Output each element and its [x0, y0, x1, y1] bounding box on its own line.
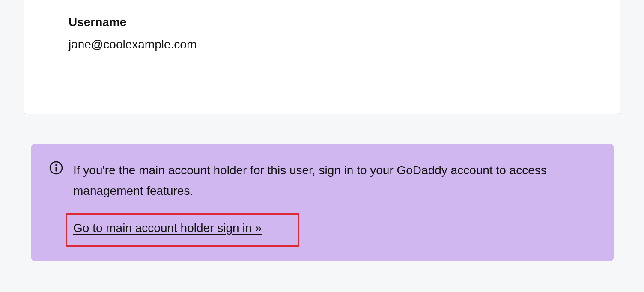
username-label: Username: [69, 15, 620, 29]
info-message: If you're the main account holder for th…: [73, 160, 570, 201]
user-info-card: Username jane@coolexample.com: [24, 0, 620, 114]
info-row: If you're the main account holder for th…: [49, 160, 596, 201]
svg-rect-2: [56, 167, 57, 172]
main-account-signin-link[interactable]: Go to main account holder sign in »: [73, 221, 262, 235]
info-icon: [49, 161, 63, 176]
svg-point-1: [55, 164, 57, 166]
username-value: jane@coolexample.com: [69, 38, 620, 51]
info-banner: If you're the main account holder for th…: [31, 144, 614, 261]
